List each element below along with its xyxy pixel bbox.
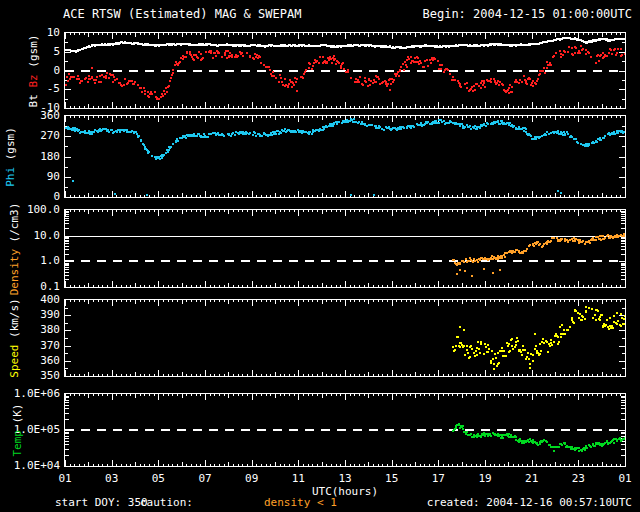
plot-area: 1050-5-10Bt Bz (gsm)360270180900Phi (gsm…: [0, 0, 640, 512]
ylabel-part: Temp: [11, 430, 24, 457]
x-tick-label: 17: [425, 472, 451, 485]
panel-phi-ylabel: Phi (gsm): [4, 127, 17, 187]
x-tick-label: 05: [145, 472, 171, 485]
ylabel-part: (gsm): [4, 127, 17, 167]
x-tick-label: 13: [332, 472, 358, 485]
x-tick-label: 01: [612, 472, 638, 485]
x-tick-label: 11: [285, 472, 311, 485]
panel-temp-canvas: [65, 394, 625, 466]
y-tick-label: 1.0E+05: [0, 424, 60, 436]
panel-temp-ylabel: Temp (K): [11, 404, 24, 457]
y-tick-label: 1.0E+06: [0, 388, 60, 400]
y-tick-label: 1.0E+04: [0, 460, 60, 472]
ylabel-part: (K): [11, 404, 24, 431]
start-doy-label: start DOY: 350: [55, 496, 148, 509]
panel-speed: [64, 299, 626, 377]
ace-rtsw-screen: { "header": { "title": "ACE RTSW (Estima…: [0, 0, 640, 512]
y-tick-label: 360: [0, 110, 60, 122]
x-tick-label: 01: [52, 472, 78, 485]
panel-phi: [64, 115, 626, 198]
created-timestamp: created: 2004-12-16 00:57:10UTC: [427, 496, 632, 509]
ylabel-part: (gsm): [27, 34, 40, 74]
ylabel-part: (km/s): [8, 298, 21, 344]
x-tick-label: 09: [239, 472, 265, 485]
x-tick-label: 21: [519, 472, 545, 485]
panel-speed-ylabel: Speed (km/s): [8, 298, 21, 377]
panel-phi-canvas: [65, 116, 625, 197]
panel-density-ylabel: Density (/cm3): [8, 202, 21, 295]
ylabel-part: Bt: [27, 87, 40, 107]
panel-mag-bt-bz: [64, 32, 626, 109]
ylabel-part: Phi: [4, 166, 17, 186]
panel-speed-canvas: [65, 300, 625, 376]
x-tick-label: 23: [565, 472, 591, 485]
y-tick-label: 0: [0, 191, 60, 203]
panel-temp: [64, 393, 626, 467]
ylabel-part: Density: [8, 249, 21, 295]
x-tick-label: 07: [192, 472, 218, 485]
panel-mag-bt-bz-canvas: [65, 33, 625, 108]
panel-density-canvas: [65, 210, 625, 287]
panel-mag-bt-bz-ylabel: Bt Bz (gsm): [27, 34, 40, 107]
ylabel-part: Speed: [8, 345, 21, 378]
caution-value: density < 1: [264, 496, 337, 509]
panel-density: [64, 209, 626, 288]
x-tick-label: 19: [472, 472, 498, 485]
x-tick-label: 15: [379, 472, 405, 485]
ylabel-part: Bz: [27, 74, 40, 87]
x-tick-label: 03: [99, 472, 125, 485]
ylabel-part: (/cm3): [8, 202, 21, 248]
caution-label: caution:: [140, 496, 193, 509]
